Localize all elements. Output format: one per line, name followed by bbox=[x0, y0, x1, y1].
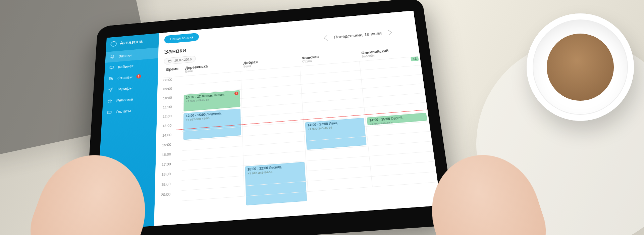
time-label: 18:00 bbox=[161, 171, 182, 182]
time-column-header: Время bbox=[163, 65, 182, 78]
star-icon bbox=[107, 98, 113, 103]
main-area: Новая заявка Заявки Понедельник, 18 июля bbox=[154, 11, 441, 226]
app-screen: Аквазона ЗаявкиКабинетОтзывы1ТарифыРекла… bbox=[95, 11, 441, 230]
monitor-icon bbox=[109, 65, 114, 70]
send-icon bbox=[108, 87, 113, 92]
photo-scene: Аквазона ЗаявкиКабинетОтзывы1ТарифыРекла… bbox=[0, 0, 644, 235]
sidebar-item-label: Тарифы bbox=[117, 86, 132, 91]
chevron-left-icon[interactable] bbox=[324, 35, 330, 41]
time-label: 19:00 bbox=[161, 181, 181, 192]
event-name: Людмила, bbox=[206, 111, 222, 116]
coffee-cup-decor bbox=[527, 13, 634, 121]
logo-icon bbox=[110, 41, 117, 47]
event-alert-badge: 1 bbox=[234, 91, 238, 95]
capacity-pill: 11 bbox=[411, 56, 419, 61]
svg-rect-1 bbox=[107, 111, 111, 114]
sidebar-badge: 1 bbox=[136, 74, 141, 79]
sidebar-item-label: Заявки bbox=[118, 53, 131, 58]
svg-rect-0 bbox=[110, 66, 114, 68]
time-label: 20:00 bbox=[161, 191, 181, 202]
card-icon bbox=[107, 110, 112, 115]
event-name: Сергей, bbox=[391, 116, 404, 121]
chat-icon bbox=[108, 76, 114, 81]
time-label: 17:00 bbox=[161, 161, 182, 172]
sidebar-item-label: Кабинет bbox=[118, 64, 133, 69]
event-name: Иван, bbox=[329, 121, 338, 125]
new-request-button[interactable]: Новая заявка bbox=[164, 33, 199, 44]
event-name: Леонид, bbox=[269, 165, 282, 170]
time-label: 16:00 bbox=[162, 151, 182, 162]
sidebar-item-label: Реклама bbox=[116, 97, 133, 103]
sidebar-item-label: Оплаты bbox=[116, 108, 131, 114]
event-name: Константин, bbox=[206, 93, 224, 98]
bell-icon bbox=[110, 54, 115, 59]
chevron-right-icon[interactable] bbox=[385, 30, 391, 35]
calendar-icon bbox=[168, 59, 172, 63]
brand-name: Аквазона bbox=[120, 39, 143, 46]
svg-rect-2 bbox=[168, 60, 171, 62]
sidebar-item-label: Отзывы bbox=[117, 75, 132, 80]
date-picker-value: 18.07.2016 bbox=[174, 57, 192, 62]
calendar: ВремяДеревенькаБаняДобраяБаняФинскаяСаун… bbox=[154, 43, 441, 226]
